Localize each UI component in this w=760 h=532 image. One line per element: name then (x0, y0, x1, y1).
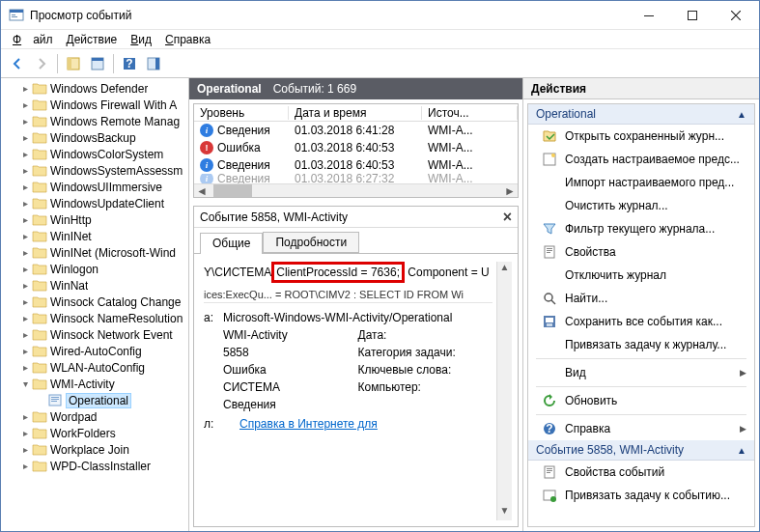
properties-button[interactable] (87, 53, 108, 74)
tree-item[interactable]: ▸Winsock Network Event (1, 326, 188, 343)
tree-item[interactable]: ▸WinHttp (1, 211, 188, 228)
action-item[interactable]: Открыть сохраненный журн... (528, 125, 754, 148)
action-icon (542, 244, 557, 260)
tree-item[interactable]: ▸Windows Defender (1, 80, 188, 97)
menu-view[interactable]: Вид (125, 32, 157, 47)
tree-item[interactable]: ▸Windows Remote Manag (1, 113, 188, 129)
tree-item[interactable]: ▸WLAN-AutoConfig (1, 359, 188, 376)
expand-icon[interactable]: ▸ (18, 428, 32, 438)
expand-icon[interactable]: ▸ (18, 411, 32, 422)
action-item[interactable]: Импорт настраиваемого пред... (528, 171, 754, 194)
expand-icon[interactable]: ▸ (18, 116, 32, 126)
expand-icon[interactable]: ▸ (18, 461, 32, 471)
tree-item[interactable]: ▸WinINet (1, 228, 188, 244)
tree-item[interactable]: ▾WMI-Activity (1, 376, 188, 392)
forward-button[interactable] (31, 53, 52, 74)
expand-icon[interactable]: ▸ (18, 296, 32, 307)
tree-item[interactable]: ▸WindowsUpdateClient (1, 195, 188, 211)
close-icon[interactable]: × (503, 209, 512, 226)
tree-item[interactable]: ▸Windows Firewall With A (1, 97, 188, 113)
menu-help[interactable]: Справка (159, 32, 216, 47)
tree-item[interactable]: ▸WindowsUIImmersive (1, 179, 188, 195)
expand-icon[interactable]: ▸ (18, 182, 32, 192)
action-item[interactable]: Отключить журнал (528, 264, 754, 287)
help-button[interactable]: ? (119, 53, 140, 74)
horizontal-scrollbar[interactable]: ◄► (194, 183, 518, 197)
expand-icon[interactable]: ▸ (18, 132, 32, 143)
expand-icon[interactable]: ▸ (18, 198, 32, 209)
tree-item[interactable]: ▸WindowsBackup (1, 129, 188, 146)
tree-item[interactable]: ▸WPD-ClassInstaller (1, 458, 188, 474)
col-date[interactable]: Дата и время (289, 106, 422, 120)
action-item[interactable]: Создать настраиваемое предс... (528, 148, 754, 171)
minimize-button[interactable] (627, 1, 670, 29)
maximize-button[interactable] (670, 1, 714, 29)
table-row[interactable]: Ошибка01.03.2018 6:40:53WMI-A... (194, 139, 518, 156)
expand-icon[interactable]: ▸ (18, 247, 32, 258)
vertical-scrollbar[interactable]: ▲▼ (496, 262, 512, 520)
svg-point-19 (551, 154, 555, 157)
action-item[interactable]: Сохранить все события как... (528, 310, 754, 333)
expand-icon[interactable]: ▸ (18, 165, 32, 176)
tree-item[interactable]: ▸WorkFolders (1, 425, 188, 441)
action-item[interactable]: Свойства (528, 240, 754, 264)
expand-icon[interactable]: ▸ (18, 329, 32, 340)
tree-item[interactable]: ▸Winsock Catalog Change (1, 294, 188, 310)
panel-button[interactable] (143, 53, 164, 74)
action-item[interactable]: ?Справка▶ (528, 417, 754, 440)
action-item[interactable]: Привязать задачу к журналу... (528, 333, 754, 356)
tree-item[interactable]: ▸Workplace Join (1, 441, 188, 458)
tree-item[interactable]: ▸Wordpad (1, 408, 188, 425)
show-tree-button[interactable] (63, 53, 84, 74)
expand-icon[interactable]: ▸ (18, 280, 32, 291)
tab-details[interactable]: Подробности (263, 232, 359, 253)
col-level[interactable]: Уровень (194, 106, 289, 120)
menu-action[interactable]: Действие (61, 32, 124, 47)
expand-icon[interactable]: ▸ (18, 444, 32, 455)
expand-icon[interactable]: ▾ (18, 378, 32, 389)
expand-icon[interactable]: ▸ (18, 264, 32, 274)
action-icon (542, 152, 557, 167)
expand-icon[interactable]: ▸ (18, 99, 32, 110)
tree-item[interactable]: ▸Wired-AutoConfig (1, 343, 188, 359)
tree-item[interactable]: ▸WindowsColorSystem (1, 146, 188, 162)
action-item[interactable]: Обновить (528, 389, 754, 412)
svg-rect-7 (68, 58, 71, 70)
expand-icon[interactable]: ▸ (18, 231, 32, 241)
close-button[interactable] (714, 1, 757, 29)
expand-icon[interactable]: ▸ (18, 362, 32, 373)
back-button[interactable] (7, 53, 28, 74)
action-item[interactable]: Фильтр текущего журнала... (528, 217, 754, 240)
menu-file[interactable]: Файл (7, 32, 59, 47)
action-item[interactable]: Привязать задачу к событию... (528, 484, 754, 507)
action-item[interactable]: Вид▶ (528, 361, 754, 384)
help-link[interactable]: Справка в Интернете для (239, 417, 378, 431)
tree-item-label: Windows Defender (50, 82, 148, 96)
tab-general[interactable]: Общие (200, 233, 263, 254)
action-item[interactable]: Свойства событий (528, 461, 754, 484)
folder-icon (32, 98, 47, 112)
tree-item[interactable]: ▸WinNat (1, 277, 188, 294)
action-group-event[interactable]: Событие 5858, WMI-Activity▲ (528, 440, 754, 461)
events-grid[interactable]: Уровень Дата и время Источ... Сведения01… (193, 103, 519, 198)
action-item[interactable]: Найти... (528, 287, 754, 310)
expand-icon[interactable]: ▸ (18, 346, 32, 356)
tree-item[interactable]: Operational (1, 392, 188, 408)
tree-item[interactable]: ▸WindowsSystemAssessm (1, 162, 188, 179)
table-row[interactable]: Сведения01.03.2018 6:41:28WMI-A... (194, 122, 518, 139)
table-row[interactable]: Сведения01.03.2018 6:27:32WMI-A... (194, 174, 518, 183)
expand-icon[interactable]: ▸ (18, 149, 32, 159)
action-group-operational[interactable]: Operational▲ (528, 104, 754, 125)
tree-item-label: WindowsUpdateClient (50, 197, 164, 210)
expand-icon[interactable]: ▸ (18, 83, 32, 94)
tree-item[interactable]: ▸Winlogon (1, 261, 188, 277)
tree-item[interactable]: ▸Winsock NameResolution (1, 310, 188, 326)
table-row[interactable]: Сведения01.03.2018 6:40:53WMI-A... (194, 156, 518, 174)
expand-icon[interactable]: ▸ (18, 313, 32, 323)
action-icon (542, 198, 557, 213)
action-item[interactable]: Очистить журнал... (528, 194, 754, 217)
tree-item[interactable]: ▸WinINet (Microsoft-Wind (1, 244, 188, 261)
action-icon (542, 221, 557, 237)
col-source[interactable]: Источ... (422, 106, 518, 120)
expand-icon[interactable]: ▸ (18, 214, 32, 225)
